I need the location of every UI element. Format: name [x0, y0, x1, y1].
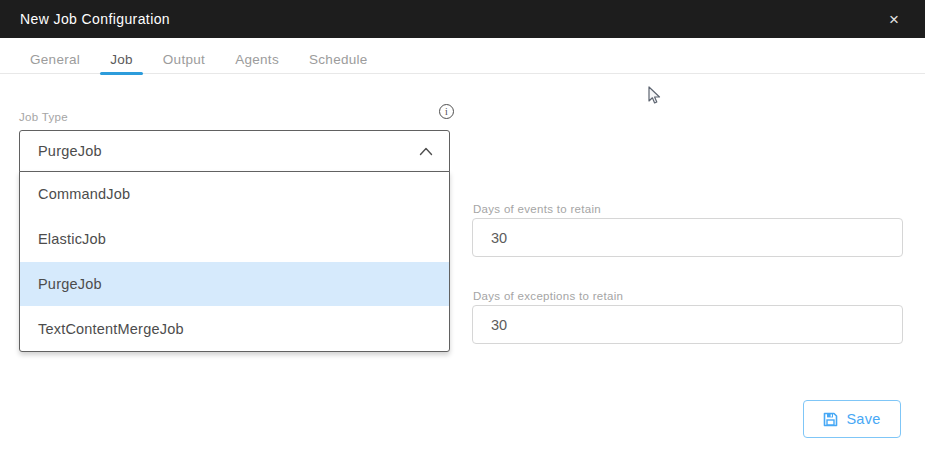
tab-agents[interactable]: Agents: [235, 46, 279, 74]
mouse-pointer-icon: [646, 86, 662, 110]
dropdown-option-textcontentmergejob[interactable]: TextContentMergeJob: [20, 306, 449, 351]
days-events-label: Days of events to retain: [473, 203, 601, 215]
save-button-label: Save: [846, 411, 880, 427]
days-exceptions-label: Days of exceptions to retain: [473, 290, 623, 302]
dialog-title: New Job Configuration: [20, 11, 170, 27]
tab-schedule[interactable]: Schedule: [309, 46, 368, 74]
tab-output[interactable]: Output: [163, 46, 205, 74]
dropdown-option-commandjob[interactable]: CommandJob: [20, 172, 449, 217]
job-type-select[interactable]: PurgeJob: [19, 130, 450, 172]
job-type-label: Job Type: [19, 111, 68, 123]
dialog-header: New Job Configuration ×: [0, 0, 925, 38]
days-exceptions-input[interactable]: [472, 305, 903, 344]
chevron-up-icon: [419, 147, 433, 156]
tab-general[interactable]: General: [30, 46, 80, 74]
dropdown-option-purgejob[interactable]: PurgeJob: [20, 262, 449, 307]
tab-job[interactable]: Job: [110, 46, 133, 74]
dropdown-option-elasticjob[interactable]: ElasticJob: [20, 217, 449, 262]
days-events-input[interactable]: [472, 218, 903, 257]
info-circle-icon[interactable]: i: [439, 104, 454, 119]
floppy-disk-icon: [823, 412, 838, 427]
close-icon[interactable]: ×: [883, 7, 905, 32]
tab-bar: General Job Output Agents Schedule: [0, 38, 925, 74]
job-type-selected-value: PurgeJob: [38, 143, 102, 159]
save-button[interactable]: Save: [803, 400, 901, 438]
job-type-dropdown-list: CommandJob ElasticJob PurgeJob TextConte…: [19, 171, 450, 352]
